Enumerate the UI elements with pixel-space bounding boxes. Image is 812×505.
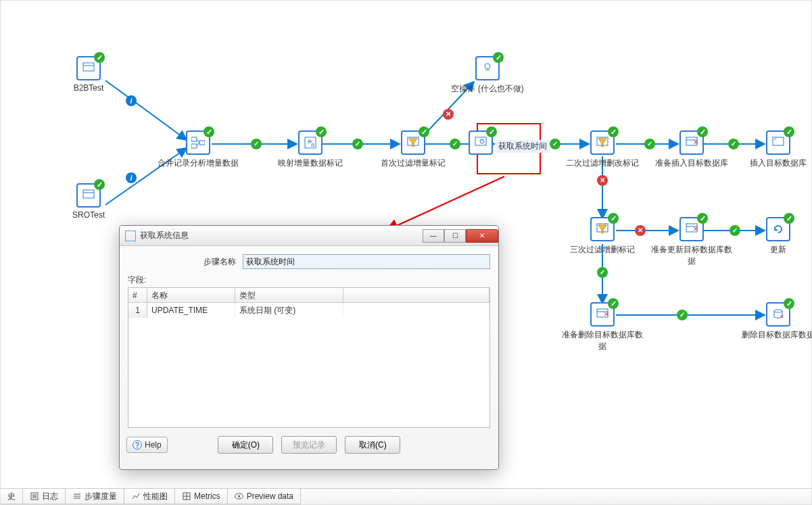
node-second-filter[interactable]: ✓ 二次过滤增删改标记 — [562, 130, 643, 169]
node-first-filter[interactable]: ✓ 首次过滤增量标记 — [373, 130, 454, 169]
eye-icon — [235, 492, 243, 501]
info-icon: i — [126, 95, 137, 106]
col-blank — [343, 288, 489, 303]
hop-error-icon: ✕ — [635, 225, 646, 236]
node-prep-delete[interactable]: ✕ ✓ 准备删除目标数据库数据 — [562, 302, 643, 352]
node-third-filter[interactable]: ✓ 三次过滤增删标记 — [562, 217, 643, 256]
hop-ok-icon: ✓ — [352, 139, 363, 149]
dialog-get-system-info[interactable]: 获取系统信息 — ☐ ✕ 步骤名称 字段: # 名称 类型 — [119, 225, 499, 470]
ok-button[interactable]: 确定(O) — [218, 436, 273, 454]
node-label: 映射增量数据标记 — [270, 158, 351, 169]
node-label: 空操作 (什么也不做) — [447, 83, 528, 95]
minimize-button[interactable]: — — [423, 229, 444, 243]
svg-rect-21 — [199, 141, 205, 145]
node-getsystime[interactable]: ✓ 获取系统时间 — [469, 130, 550, 155]
node-delete[interactable]: ✕ ✓ 删除目标数据库数据 — [738, 302, 812, 341]
tab-log[interactable]: 日志 — [23, 489, 66, 504]
hop-ok-icon: ✓ — [550, 139, 560, 149]
grid-icon — [182, 492, 191, 501]
dialog-titlebar[interactable]: 获取系统信息 — ☐ ✕ — [120, 226, 498, 246]
step-name-label: 步骤名称 — [128, 256, 243, 268]
cell-type[interactable]: 系统日期 (可变) — [235, 303, 343, 318]
svg-rect-20 — [191, 144, 197, 148]
node-label: 插入目标数据库 — [738, 158, 812, 169]
check-icon: ✓ — [486, 126, 497, 137]
hop-error-icon: ✕ — [443, 109, 454, 120]
check-icon: ✓ — [94, 179, 105, 190]
col-name[interactable]: 名称 — [147, 288, 235, 303]
node-label: 准备插入目标数据库 — [651, 158, 732, 169]
tab-history[interactable]: 史 — [1, 489, 23, 504]
check-icon: ✓ — [493, 52, 504, 63]
svg-line-14 — [386, 176, 504, 231]
dialog-icon — [125, 231, 136, 241]
tab-step-metrics[interactable]: 步骤度量 — [66, 489, 124, 504]
node-label: B2BTest — [48, 83, 129, 93]
node-merge[interactable]: ✓ 合并记录分析增量数据 — [158, 130, 239, 169]
node-label: 准备更新目标数据库数据 — [651, 244, 732, 267]
node-srotest[interactable]: ✓ SROTest — [48, 183, 129, 220]
node-prep-insert[interactable]: ✕ ✓ 准备插入目标数据库 — [651, 130, 732, 169]
node-insert[interactable]: ✓ 插入目标数据库 — [738, 130, 812, 169]
node-label: 更新 — [738, 244, 812, 256]
svg-rect-15 — [83, 63, 94, 71]
check-icon: ✓ — [784, 126, 794, 137]
table-row[interactable]: 1 UPDATE_TIME 系统日期 (可变) — [128, 303, 489, 318]
svg-rect-29 — [475, 137, 486, 145]
node-label: 删除目标数据库数据 — [738, 329, 812, 341]
step-name-input[interactable] — [243, 254, 490, 269]
fields-heading: 字段: — [128, 274, 490, 286]
svg-point-28 — [485, 64, 490, 69]
fields-table[interactable]: # 名称 类型 1 UPDATE_TIME 系统日期 (可变) — [128, 287, 490, 428]
col-idx[interactable]: # — [128, 288, 147, 303]
svg-rect-17 — [83, 190, 94, 198]
cell-idx: 1 — [128, 303, 147, 318]
svg-rect-19 — [191, 137, 197, 141]
svg-line-22 — [197, 139, 199, 143]
workflow-canvas[interactable]: ✓ B2BTest ✓ SROTest i i ✓ 合并记录分析增量数据 ✓ A… — [0, 0, 812, 505]
check-icon: ✓ — [697, 126, 708, 137]
svg-text:✕: ✕ — [693, 225, 698, 233]
tab-performance[interactable]: 性能图 — [124, 489, 175, 504]
node-label: 合并记录分析增量数据 — [158, 158, 239, 169]
hop-ok-icon: ✓ — [450, 139, 460, 149]
info-icon: i — [126, 172, 137, 183]
preview-button[interactable]: 预览记录 — [281, 436, 337, 454]
svg-point-57 — [238, 496, 240, 498]
tab-metrics[interactable]: Metrics — [175, 489, 228, 504]
svg-text:✕: ✕ — [693, 139, 698, 146]
svg-rect-36 — [773, 137, 784, 145]
check-icon: ✓ — [608, 213, 619, 224]
node-label: 首次过滤增量标记 — [373, 158, 454, 169]
chart-icon — [131, 492, 140, 501]
check-icon: ✓ — [204, 126, 214, 137]
check-icon: ✓ — [784, 298, 794, 309]
step-icon — [72, 492, 81, 501]
col-type[interactable]: 类型 — [235, 288, 343, 303]
check-icon: ✓ — [608, 298, 619, 309]
cancel-button[interactable]: 取消(C) — [345, 436, 400, 454]
node-label: 准备删除目标数据库数据 — [562, 329, 643, 352]
dialog-title: 获取系统信息 — [140, 230, 189, 241]
hop-ok-icon: ✓ — [597, 267, 608, 278]
table-empty-area[interactable] — [128, 318, 489, 427]
svg-text:✕: ✕ — [780, 314, 784, 320]
cell-name[interactable]: UPDATE_TIME — [147, 303, 235, 318]
tab-preview[interactable]: Preview data — [228, 489, 301, 504]
check-icon: ✓ — [697, 213, 708, 224]
help-button[interactable]: ? Help — [126, 437, 168, 453]
node-update[interactable]: ✓ 更新 — [738, 217, 812, 256]
svg-text:✕: ✕ — [604, 310, 608, 318]
check-icon: ✓ — [608, 126, 619, 137]
check-icon: ✓ — [94, 52, 105, 63]
svg-text:B: B — [311, 142, 314, 148]
node-label: SROTest — [48, 210, 129, 220]
hop-error-icon: ✕ — [597, 175, 608, 186]
node-b2btest[interactable]: ✓ B2BTest — [48, 56, 129, 93]
node-prep-update[interactable]: ✕ ✓ 准备更新目标数据库数据 — [651, 217, 732, 267]
maximize-button[interactable]: ☐ — [444, 229, 466, 243]
node-noop[interactable]: ✓ 空操作 (什么也不做) — [447, 56, 528, 95]
help-icon: ? — [133, 440, 142, 450]
close-button[interactable]: ✕ — [466, 229, 498, 243]
node-map[interactable]: AB ✓ 映射增量数据标记 — [270, 130, 351, 169]
